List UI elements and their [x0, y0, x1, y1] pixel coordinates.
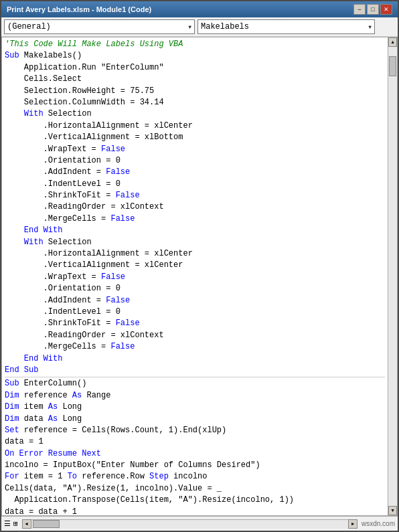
- scroll-thumb[interactable]: [389, 56, 396, 76]
- close-button[interactable]: ✕: [380, 4, 392, 15]
- code-line: .ShrinkToFit = False: [5, 318, 385, 329]
- makelabels-dropdown-arrow: ▼: [368, 24, 372, 30]
- maximize-button[interactable]: □: [367, 4, 379, 15]
- code-line: Sub Makelabels(): [5, 50, 385, 62]
- vertical-scrollbar[interactable]: ▲ ▼: [388, 37, 397, 515]
- code-line: Selection.ColumnWidth = 34.14: [5, 97, 385, 108]
- makelabels-dropdown[interactable]: Makelabels ▼: [197, 19, 375, 34]
- code-line: With Selection: [5, 237, 385, 248]
- title-bar: Print Avery Labels.xlsm - Module1 (Code)…: [1, 1, 398, 17]
- status-icons: ☰ ⊞: [4, 519, 18, 528]
- code-divider: [5, 377, 385, 377]
- code-line: Dim item As Long: [5, 402, 385, 413]
- code-line: Selection.RowHeight = 75.75: [5, 86, 385, 97]
- code-line: Application.Run "EnterColumn": [5, 62, 385, 74]
- scroll-down-button[interactable]: ▼: [388, 506, 397, 515]
- code-line: .ReadingOrder = xlContext: [5, 330, 385, 341]
- code-line: End With: [5, 225, 385, 236]
- code-line: .WrapText = False: [5, 144, 385, 155]
- window-title: Print Avery Labels.xlsm - Module1 (Code): [7, 5, 151, 13]
- status-bar: ☰ ⊞ ◄ ► wsxdn.com: [1, 516, 398, 531]
- code-line: .AddIndent = False: [5, 167, 385, 178]
- code-line: .Orientation = 0: [5, 283, 385, 294]
- code-line: .IndentLevel = 0: [5, 306, 385, 318]
- code-line: Cells(data, "A").Resize(1, incolno).Valu…: [5, 483, 385, 495]
- code-line: .WrapText = False: [5, 272, 385, 283]
- code-line: Cells.Select: [5, 74, 385, 85]
- code-line: With Selection: [5, 108, 385, 120]
- code-line: On Error Resume Next: [5, 448, 385, 460]
- code-line: .VerticalAlignment = xlCenter: [5, 260, 385, 271]
- code-line: incolno = InputBox("Enter Number of Colu…: [5, 460, 385, 471]
- code-line: Application.Transpose(Cells(item, "A").R…: [5, 495, 385, 506]
- code-line: End With: [5, 353, 385, 365]
- code-line: .VerticalAlignment = xlBottom: [5, 132, 385, 143]
- cursor-icon[interactable]: ⊞: [13, 519, 18, 528]
- vba-icon[interactable]: ☰: [4, 519, 11, 528]
- code-line: Sub EnterColumn(): [5, 378, 385, 389]
- scroll-track: [388, 76, 397, 506]
- code-line: .HorizontalAlignment = xlCenter: [5, 120, 385, 132]
- code-line: .MergeCells = False: [5, 341, 385, 353]
- general-dropdown[interactable]: (General) ▼: [4, 19, 195, 34]
- code-line: .AddIndent = False: [5, 295, 385, 306]
- main-window: Print Avery Labels.xlsm - Module1 (Code)…: [0, 0, 399, 532]
- code-line: Set reference = Cells(Rows.Count, 1).End…: [5, 425, 385, 436]
- general-dropdown-label: (General): [7, 22, 51, 31]
- makelabels-dropdown-label: Makelabels: [201, 22, 249, 31]
- scroll-h-thumb[interactable]: [33, 520, 60, 528]
- window-controls: − □ ✕: [353, 4, 392, 15]
- general-dropdown-arrow: ▼: [188, 24, 191, 30]
- code-line: Dim reference As Range: [5, 390, 385, 402]
- scroll-right-button[interactable]: ►: [348, 519, 357, 529]
- code-line: .ReadingOrder = xlContext: [5, 201, 385, 213]
- minimize-button[interactable]: −: [353, 4, 366, 15]
- code-line: .ShrinkToFit = False: [5, 190, 385, 201]
- code-line: .Orientation = 0: [5, 155, 385, 167]
- code-line: Dim data As Long: [5, 414, 385, 425]
- code-content: 'This Code Will Make Labels Using VBA Su…: [2, 37, 388, 515]
- code-line: .MergeCells = False: [5, 213, 385, 225]
- code-editor[interactable]: 'This Code Will Make Labels Using VBA Su…: [1, 37, 398, 516]
- code-line: 'This Code Will Make Labels Using VBA: [5, 39, 385, 50]
- code-line: data = data + 1: [5, 507, 385, 515]
- code-line: .IndentLevel = 0: [5, 179, 385, 190]
- code-line: .HorizontalAlignment = xlCenter: [5, 248, 385, 260]
- watermark-label: wsxdn.com: [362, 520, 395, 527]
- horizontal-scrollbar[interactable]: ◄ ►: [22, 519, 357, 529]
- code-line: data = 1: [5, 436, 385, 448]
- scroll-left-button[interactable]: ◄: [22, 519, 31, 529]
- code-line: For item = 1 To reference.Row Step incol…: [5, 471, 385, 482]
- scroll-up-button[interactable]: ▲: [388, 37, 397, 47]
- toolbar: (General) ▼ Makelabels ▼: [1, 17, 398, 37]
- code-line: End Sub: [5, 365, 385, 376]
